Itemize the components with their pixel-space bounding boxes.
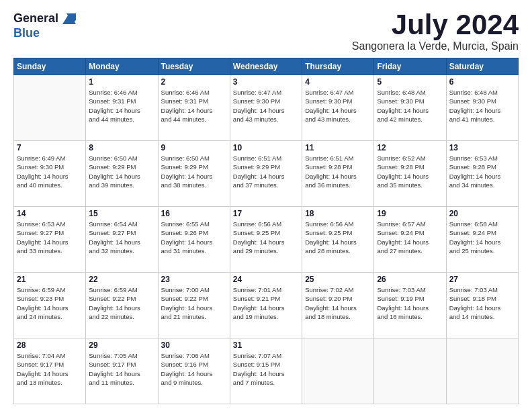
day-number: 30 — [161, 340, 227, 350]
day-number: 7 — [17, 143, 83, 152]
day-number: 6 — [449, 77, 515, 87]
day-number: 3 — [233, 77, 299, 87]
day-number: 29 — [89, 340, 154, 350]
table-row: 25Sunrise: 7:02 AMSunset: 9:20 PMDayligh… — [302, 273, 374, 338]
day-info: Sunrise: 6:56 AMSunset: 9:25 PMDaylight:… — [233, 220, 299, 255]
month-title: July 2024 — [352, 11, 519, 39]
day-number: 28 — [17, 340, 83, 350]
table-row: 27Sunrise: 7:03 AMSunset: 9:18 PMDayligh… — [446, 273, 518, 338]
col-saturday: Saturday — [446, 58, 518, 75]
day-info: Sunrise: 6:48 AMSunset: 9:30 PMDaylight:… — [449, 88, 515, 124]
day-info: Sunrise: 7:04 AMSunset: 9:17 PMDaylight:… — [17, 351, 83, 387]
day-number: 19 — [377, 209, 443, 218]
day-number: 27 — [449, 275, 515, 284]
col-wednesday: Wednesday — [230, 58, 302, 75]
day-info: Sunrise: 7:03 AMSunset: 9:18 PMDaylight:… — [449, 285, 515, 321]
table-row: 31Sunrise: 7:07 AMSunset: 9:15 PMDayligh… — [230, 338, 302, 404]
header: General Blue July 2024 Sangonera la Verd… — [13, 11, 519, 52]
day-number: 21 — [17, 275, 83, 284]
logo-general: General — [13, 12, 58, 26]
table-row: 30Sunrise: 7:06 AMSunset: 9:16 PMDayligh… — [158, 338, 230, 404]
day-info: Sunrise: 6:50 AMSunset: 9:29 PMDaylight:… — [161, 154, 227, 189]
day-number: 9 — [161, 143, 227, 152]
table-row: 3Sunrise: 6:47 AMSunset: 9:30 PMDaylight… — [230, 75, 302, 141]
day-info: Sunrise: 7:07 AMSunset: 9:15 PMDaylight:… — [233, 351, 299, 387]
day-info: Sunrise: 6:46 AMSunset: 9:31 PMDaylight:… — [161, 88, 227, 124]
day-number: 13 — [449, 143, 515, 152]
day-info: Sunrise: 6:54 AMSunset: 9:27 PMDaylight:… — [89, 220, 154, 255]
title-area: July 2024 Sangonera la Verde, Murcia, Sp… — [352, 11, 519, 52]
day-number: 2 — [161, 77, 227, 87]
calendar-week-row: 28Sunrise: 7:04 AMSunset: 9:17 PMDayligh… — [14, 338, 519, 404]
table-row: 1Sunrise: 6:46 AMSunset: 9:31 PMDaylight… — [86, 75, 158, 141]
table-row: 14Sunrise: 6:53 AMSunset: 9:27 PMDayligh… — [14, 207, 86, 273]
table-row — [302, 338, 374, 404]
calendar-week-row: 1Sunrise: 6:46 AMSunset: 9:31 PMDaylight… — [14, 75, 519, 141]
day-number: 15 — [89, 209, 154, 218]
table-row: 13Sunrise: 6:53 AMSunset: 9:28 PMDayligh… — [446, 141, 518, 207]
calendar-week-row: 7Sunrise: 6:49 AMSunset: 9:30 PMDaylight… — [14, 141, 519, 207]
day-info: Sunrise: 6:50 AMSunset: 9:29 PMDaylight:… — [89, 154, 154, 189]
day-number: 23 — [161, 275, 227, 284]
day-number: 1 — [89, 77, 154, 87]
logo: General Blue — [13, 11, 76, 40]
day-number: 31 — [233, 340, 299, 350]
day-info: Sunrise: 6:46 AMSunset: 9:31 PMDaylight:… — [89, 88, 154, 124]
day-info: Sunrise: 6:47 AMSunset: 9:30 PMDaylight:… — [305, 88, 371, 124]
table-row: 22Sunrise: 6:59 AMSunset: 9:22 PMDayligh… — [86, 273, 158, 338]
day-info: Sunrise: 6:56 AMSunset: 9:25 PMDaylight:… — [305, 220, 371, 255]
table-row: 16Sunrise: 6:55 AMSunset: 9:26 PMDayligh… — [158, 207, 230, 273]
table-row: 17Sunrise: 6:56 AMSunset: 9:25 PMDayligh… — [230, 207, 302, 273]
table-row: 6Sunrise: 6:48 AMSunset: 9:30 PMDaylight… — [446, 75, 518, 141]
calendar-week-row: 21Sunrise: 6:59 AMSunset: 9:23 PMDayligh… — [14, 273, 519, 338]
day-info: Sunrise: 7:05 AMSunset: 9:17 PMDaylight:… — [89, 351, 154, 387]
calendar-table: Sunday Monday Tuesday Wednesday Thursday… — [13, 58, 519, 404]
col-sunday: Sunday — [14, 58, 86, 75]
day-number: 4 — [305, 77, 371, 87]
day-info: Sunrise: 7:03 AMSunset: 9:19 PMDaylight:… — [377, 285, 443, 321]
table-row: 2Sunrise: 6:46 AMSunset: 9:31 PMDaylight… — [158, 75, 230, 141]
day-info: Sunrise: 6:49 AMSunset: 9:30 PMDaylight:… — [17, 154, 83, 189]
day-info: Sunrise: 6:51 AMSunset: 9:29 PMDaylight:… — [233, 154, 299, 189]
day-info: Sunrise: 6:53 AMSunset: 9:28 PMDaylight:… — [449, 154, 515, 189]
table-row: 11Sunrise: 6:51 AMSunset: 9:28 PMDayligh… — [302, 141, 374, 207]
table-row: 15Sunrise: 6:54 AMSunset: 9:27 PMDayligh… — [86, 207, 158, 273]
day-number: 20 — [449, 209, 515, 218]
day-info: Sunrise: 6:48 AMSunset: 9:30 PMDaylight:… — [377, 88, 443, 124]
day-number: 24 — [233, 275, 299, 284]
col-tuesday: Tuesday — [158, 58, 230, 75]
table-row: 23Sunrise: 7:00 AMSunset: 9:22 PMDayligh… — [158, 273, 230, 338]
col-friday: Friday — [374, 58, 446, 75]
table-row: 8Sunrise: 6:50 AMSunset: 9:29 PMDaylight… — [86, 141, 158, 207]
day-number: 17 — [233, 209, 299, 218]
day-info: Sunrise: 7:00 AMSunset: 9:22 PMDaylight:… — [161, 285, 227, 321]
day-info: Sunrise: 6:53 AMSunset: 9:27 PMDaylight:… — [17, 220, 83, 255]
table-row: 5Sunrise: 6:48 AMSunset: 9:30 PMDaylight… — [374, 75, 446, 141]
day-number: 10 — [233, 143, 299, 152]
table-row: 7Sunrise: 6:49 AMSunset: 9:30 PMDaylight… — [14, 141, 86, 207]
table-row: 28Sunrise: 7:04 AMSunset: 9:17 PMDayligh… — [14, 338, 86, 404]
day-info: Sunrise: 7:02 AMSunset: 9:20 PMDaylight:… — [305, 285, 371, 321]
table-row: 10Sunrise: 6:51 AMSunset: 9:29 PMDayligh… — [230, 141, 302, 207]
day-number: 14 — [17, 209, 83, 218]
day-number: 16 — [161, 209, 227, 218]
day-number: 22 — [89, 275, 154, 284]
day-number: 25 — [305, 275, 371, 284]
day-info: Sunrise: 6:47 AMSunset: 9:30 PMDaylight:… — [233, 88, 299, 124]
col-thursday: Thursday — [302, 58, 374, 75]
day-info: Sunrise: 6:52 AMSunset: 9:28 PMDaylight:… — [377, 154, 443, 189]
day-info: Sunrise: 6:59 AMSunset: 9:23 PMDaylight:… — [17, 285, 83, 321]
location: Sangonera la Verde, Murcia, Spain — [352, 40, 519, 52]
table-row — [14, 75, 86, 141]
calendar-week-row: 14Sunrise: 6:53 AMSunset: 9:27 PMDayligh… — [14, 207, 519, 273]
table-row: 24Sunrise: 7:01 AMSunset: 9:21 PMDayligh… — [230, 273, 302, 338]
day-info: Sunrise: 6:59 AMSunset: 9:22 PMDaylight:… — [89, 285, 154, 321]
calendar-header-row: Sunday Monday Tuesday Wednesday Thursday… — [14, 58, 519, 75]
table-row: 18Sunrise: 6:56 AMSunset: 9:25 PMDayligh… — [302, 207, 374, 273]
col-monday: Monday — [86, 58, 158, 75]
day-info: Sunrise: 6:58 AMSunset: 9:24 PMDaylight:… — [449, 220, 515, 255]
day-info: Sunrise: 7:01 AMSunset: 9:21 PMDaylight:… — [233, 285, 299, 321]
day-info: Sunrise: 6:51 AMSunset: 9:28 PMDaylight:… — [305, 154, 371, 189]
day-number: 26 — [377, 275, 443, 284]
day-number: 5 — [377, 77, 443, 87]
